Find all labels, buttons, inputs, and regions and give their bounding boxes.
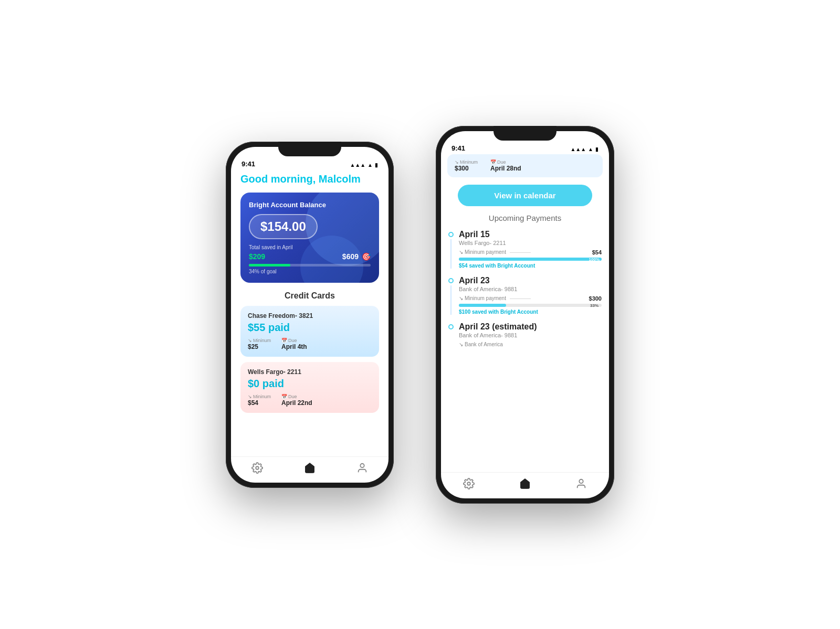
phone2-content: ↘ Mininum $300 📅 Due April 28nd Vi (441, 154, 609, 498)
top-due-item: 📅 Due April 28nd (490, 159, 521, 172)
payment-min-label-1: ↘ Mininum payment ———— (459, 295, 533, 301)
status-icons-1: ▲▲▲ ▲ ▮ (350, 162, 378, 168)
card-min-value-1: $54 (248, 399, 271, 407)
payment-entry-2: April 23 (estimated) Bank of America- 98… (448, 322, 602, 349)
calendar-icon-0: 📅 (281, 338, 287, 343)
card-due-label-0: 📅 Due (281, 338, 307, 343)
payment-progress-fill-0 (459, 258, 602, 261)
top-minimum-item: ↘ Mininum $300 (455, 159, 478, 172)
card-item-1[interactable]: Wells Fargo- 2211 $0 paid ↘ Mininum $54 (240, 362, 379, 413)
card-name-0: Chase Freedom- 3821 (248, 312, 372, 319)
min-arrow-0: ↘ (459, 249, 463, 255)
payment-pct-0: 100% (589, 257, 600, 262)
card-due-value-0: April 4th (281, 343, 307, 350)
payment-entry-1: April 23 Bank of America- 9881 ↘ Mininum… (448, 276, 602, 315)
progress-bar-fill (249, 264, 290, 266)
signal-icon-2: ▲▲▲ (570, 146, 586, 152)
upcoming-title: Upcoming Payments (441, 214, 609, 222)
payment-saved-1: $100 saved with Bright Account (459, 309, 602, 315)
card-min-label-1: ↘ Mininum (248, 394, 271, 399)
timeline-dot-2 (448, 324, 454, 329)
phone-2: 9:41 ▲▲▲ ▲ ▮ ↘ Mininum $300 (436, 126, 614, 504)
calendar-icon-1: 📅 (281, 394, 287, 399)
notch-2 (494, 126, 556, 141)
calendar-icon-top: 📅 (490, 159, 496, 165)
timeline-dot-0 (448, 232, 454, 237)
payment-progress-1: 33% (459, 304, 602, 307)
bottom-nav-2 (441, 472, 609, 498)
svg-point-2 (468, 482, 471, 485)
timeline-line-0 (450, 239, 452, 269)
card-paid-1: $0 paid (248, 378, 372, 390)
nav-home-2[interactable] (518, 476, 532, 491)
nav-settings-1[interactable] (250, 461, 265, 475)
payment-amount-0: $54 (592, 249, 602, 255)
saved-amount: $209 (249, 252, 265, 261)
payment-entry-0: April 15 Wells Fargo- 2211 ↘ Mininum pay… (448, 230, 602, 269)
battery-icon: ▮ (375, 162, 378, 168)
goal-label: 34% of goal (249, 269, 371, 274)
min-arrow-1: ↘ (459, 295, 463, 301)
payment-card-0: Wells Fargo- 2211 (459, 240, 602, 246)
saved-label: Total saved in April (249, 244, 371, 250)
payment-detail-0: ↘ Mininum payment ———— $54 (459, 249, 602, 255)
card-item-0[interactable]: Chase Freedom- 3821 $55 paid ↘ Mininum $… (240, 306, 379, 357)
payment-min-label-0: ↘ Mininum payment ———— (459, 249, 533, 255)
nav-settings-2[interactable] (461, 476, 476, 491)
signal-icon: ▲▲▲ (350, 162, 365, 168)
payment-date-2: April 23 (estimated) (459, 322, 602, 332)
scene: 9:41 ▲▲▲ ▲ ▮ Good morning, Malcolm Brigh… (0, 94, 840, 535)
arrow-down-icon-1: ↘ (248, 394, 252, 399)
goal-amount: $609 (342, 252, 359, 261)
payment-detail-2: ↘ Bank of America (459, 342, 602, 347)
payment-saved-0: $54 saved with Bright Account (459, 263, 602, 269)
greeting: Good morning, Malcolm (240, 173, 379, 185)
wifi-icon-2: ▲ (588, 146, 593, 152)
card-paid-0: $55 paid (248, 322, 372, 334)
arrow-down-icon-0: ↘ (248, 338, 252, 343)
target-icon: 🎯 (362, 252, 371, 261)
card-meta-0: ↘ Mininum $25 📅 Due April 4th (248, 338, 372, 350)
card-name-1: Wells Fargo- 2211 (248, 368, 372, 376)
payments-list: April 15 Wells Fargo- 2211 ↘ Mininum pay… (441, 230, 609, 472)
min-arrow-2: ↘ (459, 342, 463, 347)
payment-body-0: April 15 Wells Fargo- 2211 ↘ Mininum pay… (459, 230, 602, 269)
payment-min-label-2: ↘ Bank of America (459, 342, 503, 347)
progress-bar-wrap (249, 264, 371, 266)
svg-point-3 (579, 479, 583, 483)
nav-home-1[interactable] (302, 461, 317, 475)
nav-profile-1[interactable] (355, 461, 370, 475)
nav-profile-2[interactable] (574, 476, 589, 491)
payment-card-1: Bank of America- 9881 (459, 286, 602, 292)
top-min-value: $300 (455, 165, 478, 172)
status-time-2: 9:41 (452, 144, 465, 152)
card-min-label-0: ↘ Mininum (248, 338, 271, 343)
payment-progress-0: 100% (459, 258, 602, 261)
timeline-col-0 (448, 230, 454, 269)
payment-date-1: April 23 (459, 276, 602, 285)
payment-body-1: April 23 Bank of America- 9881 ↘ Mininum… (459, 276, 602, 315)
payment-body-2: April 23 (estimated) Bank of America- 98… (459, 322, 602, 349)
payment-pct-1: 33% (590, 303, 598, 308)
bottom-nav-1 (231, 456, 388, 483)
top-due-label: 📅 Due (490, 159, 521, 165)
balance-card: Bright Account Balance $154.00 Total sav… (240, 193, 379, 283)
top-due-value: April 28nd (490, 165, 521, 172)
notch-1 (278, 142, 341, 156)
arrow-min-icon: ↘ (455, 159, 459, 165)
phone-1: 9:41 ▲▲▲ ▲ ▮ Good morning, Malcolm Brigh… (226, 142, 394, 488)
timeline-col-1 (448, 276, 454, 315)
timeline-dot-1 (448, 278, 454, 283)
card-min-value-0: $25 (248, 343, 271, 350)
status-icons-2: ▲▲▲ ▲ ▮ (570, 146, 598, 152)
payment-card-2: Bank of America- 9881 (459, 332, 602, 338)
payment-detail-1: ↘ Mininum payment ———— $300 (459, 295, 602, 302)
credit-cards-section-title: Credit Cards (240, 291, 379, 301)
view-calendar-button[interactable]: View in calendar (458, 185, 592, 206)
svg-point-1 (360, 464, 364, 467)
phone1-content: Good morning, Malcolm Bright Account Bal… (231, 170, 388, 456)
payment-amount-1: $300 (589, 295, 602, 302)
card-meta-1: ↘ Mininum $54 📅 Due April 22nd (248, 394, 372, 407)
card-due-value-1: April 22nd (281, 399, 312, 407)
svg-point-0 (256, 466, 259, 470)
